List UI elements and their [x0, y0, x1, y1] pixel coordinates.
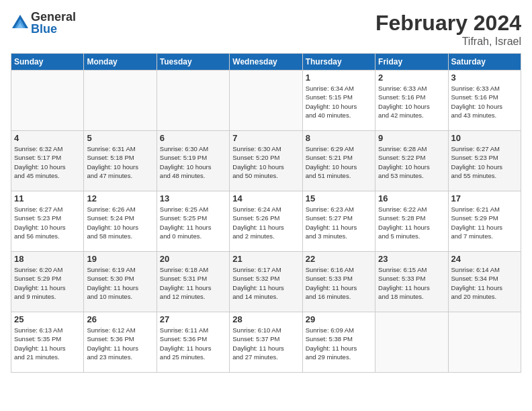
day-number: 13 [160, 193, 226, 203]
weekday-header: Sunday [11, 54, 84, 71]
day-info: Sunrise: 6:22 AM Sunset: 5:28 PM Dayligh… [378, 205, 445, 240]
calendar-week-row: 11Sunrise: 6:27 AM Sunset: 5:23 PM Dayli… [11, 191, 521, 252]
day-info: Sunrise: 6:14 AM Sunset: 5:34 PM Dayligh… [451, 265, 518, 301]
day-info: Sunrise: 6:33 AM Sunset: 5:16 PM Dayligh… [378, 84, 445, 120]
day-info: Sunrise: 6:17 AM Sunset: 5:32 PM Dayligh… [232, 265, 299, 301]
day-number: 10 [451, 133, 518, 143]
calendar-cell: 29Sunrise: 6:09 AM Sunset: 5:38 PM Dayli… [302, 312, 375, 373]
calendar-location: Tifrah, Israel [375, 36, 521, 48]
calendar-cell: 5Sunrise: 6:31 AM Sunset: 5:18 PM Daylig… [84, 131, 157, 191]
day-number: 19 [87, 254, 153, 264]
day-number: 6 [160, 133, 226, 143]
calendar-cell: 20Sunrise: 6:18 AM Sunset: 5:31 PM Dayli… [157, 252, 229, 312]
calendar-cell: 4Sunrise: 6:32 AM Sunset: 5:17 PM Daylig… [11, 131, 84, 191]
calendar-week-row: 4Sunrise: 6:32 AM Sunset: 5:17 PM Daylig… [11, 131, 521, 191]
calendar-cell: 26Sunrise: 6:12 AM Sunset: 5:36 PM Dayli… [84, 312, 157, 373]
day-number: 24 [451, 254, 518, 264]
calendar-title: February 2024 [375, 11, 521, 36]
day-info: Sunrise: 6:12 AM Sunset: 5:36 PM Dayligh… [87, 326, 153, 361]
day-info: Sunrise: 6:24 AM Sunset: 5:26 PM Dayligh… [232, 205, 299, 240]
day-info: Sunrise: 6:28 AM Sunset: 5:22 PM Dayligh… [378, 144, 445, 180]
day-number: 29 [306, 314, 372, 324]
day-info: Sunrise: 6:19 AM Sunset: 5:30 PM Dayligh… [87, 265, 153, 301]
day-number: 4 [14, 133, 81, 143]
day-number: 28 [232, 314, 299, 324]
day-number: 7 [232, 133, 299, 143]
calendar-cell: 1Sunrise: 6:34 AM Sunset: 5:15 PM Daylig… [302, 71, 375, 131]
calendar-cell: 9Sunrise: 6:28 AM Sunset: 5:22 PM Daylig… [375, 131, 448, 191]
day-number: 12 [87, 193, 153, 203]
calendar-cell: 21Sunrise: 6:17 AM Sunset: 5:32 PM Dayli… [230, 252, 302, 312]
calendar-week-row: 25Sunrise: 6:13 AM Sunset: 5:35 PM Dayli… [11, 312, 521, 373]
day-number: 2 [378, 73, 445, 83]
day-info: Sunrise: 6:33 AM Sunset: 5:16 PM Dayligh… [451, 84, 518, 120]
calendar-cell: 7Sunrise: 6:30 AM Sunset: 5:20 PM Daylig… [230, 131, 302, 191]
day-info: Sunrise: 6:11 AM Sunset: 5:36 PM Dayligh… [160, 326, 226, 361]
weekday-header: Tuesday [157, 54, 229, 71]
day-number: 21 [232, 254, 299, 264]
day-info: Sunrise: 6:15 AM Sunset: 5:33 PM Dayligh… [378, 265, 445, 301]
day-number: 16 [378, 193, 445, 203]
day-info: Sunrise: 6:13 AM Sunset: 5:35 PM Dayligh… [14, 326, 81, 361]
calendar-cell [11, 71, 84, 131]
calendar-cell [448, 312, 521, 373]
day-number: 11 [14, 193, 81, 203]
calendar-cell: 25Sunrise: 6:13 AM Sunset: 5:35 PM Dayli… [11, 312, 84, 373]
calendar-cell: 19Sunrise: 6:19 AM Sunset: 5:30 PM Dayli… [84, 252, 157, 312]
calendar-cell: 11Sunrise: 6:27 AM Sunset: 5:23 PM Dayli… [11, 191, 84, 252]
calendar-cell: 10Sunrise: 6:27 AM Sunset: 5:23 PM Dayli… [448, 131, 521, 191]
day-info: Sunrise: 6:21 AM Sunset: 5:29 PM Dayligh… [451, 205, 518, 240]
day-info: Sunrise: 6:20 AM Sunset: 5:29 PM Dayligh… [14, 265, 81, 301]
calendar-cell: 16Sunrise: 6:22 AM Sunset: 5:28 PM Dayli… [375, 191, 448, 252]
day-info: Sunrise: 6:09 AM Sunset: 5:38 PM Dayligh… [306, 326, 372, 361]
calendar-cell: 27Sunrise: 6:11 AM Sunset: 5:36 PM Dayli… [157, 312, 229, 373]
weekday-header: Thursday [302, 54, 375, 71]
day-number: 20 [160, 254, 226, 264]
day-info: Sunrise: 6:10 AM Sunset: 5:37 PM Dayligh… [232, 326, 299, 361]
day-info: Sunrise: 6:23 AM Sunset: 5:27 PM Dayligh… [306, 205, 372, 240]
day-info: Sunrise: 6:30 AM Sunset: 5:20 PM Dayligh… [232, 144, 299, 180]
calendar-week-row: 18Sunrise: 6:20 AM Sunset: 5:29 PM Dayli… [11, 252, 521, 312]
title-block: February 2024 Tifrah, Israel [375, 11, 521, 48]
day-number: 1 [306, 73, 372, 83]
day-info: Sunrise: 6:16 AM Sunset: 5:33 PM Dayligh… [306, 265, 372, 301]
logo: General Blue [11, 11, 76, 35]
day-number: 8 [306, 133, 372, 143]
weekday-header: Monday [84, 54, 157, 71]
page-header: General Blue February 2024 Tifrah, Israe… [11, 11, 521, 48]
calendar-cell: 12Sunrise: 6:26 AM Sunset: 5:24 PM Dayli… [84, 191, 157, 252]
calendar-cell [230, 71, 302, 131]
calendar-cell: 13Sunrise: 6:25 AM Sunset: 5:25 PM Dayli… [157, 191, 229, 252]
day-number: 23 [378, 254, 445, 264]
day-info: Sunrise: 6:27 AM Sunset: 5:23 PM Dayligh… [14, 205, 81, 240]
calendar-cell: 2Sunrise: 6:33 AM Sunset: 5:16 PM Daylig… [375, 71, 448, 131]
day-number: 9 [378, 133, 445, 143]
logo-text: General Blue [31, 11, 76, 35]
day-number: 26 [87, 314, 153, 324]
calendar-cell [375, 312, 448, 373]
calendar-cell: 15Sunrise: 6:23 AM Sunset: 5:27 PM Dayli… [302, 191, 375, 252]
day-info: Sunrise: 6:25 AM Sunset: 5:25 PM Dayligh… [160, 205, 226, 240]
calendar-table: SundayMondayTuesdayWednesdayThursdayFrid… [11, 53, 521, 373]
day-number: 18 [14, 254, 81, 264]
day-info: Sunrise: 6:18 AM Sunset: 5:31 PM Dayligh… [160, 265, 226, 301]
logo-icon [11, 13, 30, 32]
calendar-cell [84, 71, 157, 131]
day-number: 25 [14, 314, 81, 324]
day-number: 5 [87, 133, 153, 143]
calendar-cell: 24Sunrise: 6:14 AM Sunset: 5:34 PM Dayli… [448, 252, 521, 312]
calendar-cell: 6Sunrise: 6:30 AM Sunset: 5:19 PM Daylig… [157, 131, 229, 191]
day-info: Sunrise: 6:34 AM Sunset: 5:15 PM Dayligh… [306, 84, 372, 120]
calendar-cell: 18Sunrise: 6:20 AM Sunset: 5:29 PM Dayli… [11, 252, 84, 312]
calendar-cell: 8Sunrise: 6:29 AM Sunset: 5:21 PM Daylig… [302, 131, 375, 191]
calendar-cell [157, 71, 229, 131]
day-info: Sunrise: 6:27 AM Sunset: 5:23 PM Dayligh… [451, 144, 518, 180]
calendar-cell: 14Sunrise: 6:24 AM Sunset: 5:26 PM Dayli… [230, 191, 302, 252]
logo-general: General [31, 11, 76, 23]
day-info: Sunrise: 6:26 AM Sunset: 5:24 PM Dayligh… [87, 205, 153, 240]
weekday-header: Wednesday [230, 54, 302, 71]
day-info: Sunrise: 6:32 AM Sunset: 5:17 PM Dayligh… [14, 144, 81, 180]
day-info: Sunrise: 6:29 AM Sunset: 5:21 PM Dayligh… [306, 144, 372, 180]
weekday-header: Friday [375, 54, 448, 71]
day-info: Sunrise: 6:31 AM Sunset: 5:18 PM Dayligh… [87, 144, 153, 180]
